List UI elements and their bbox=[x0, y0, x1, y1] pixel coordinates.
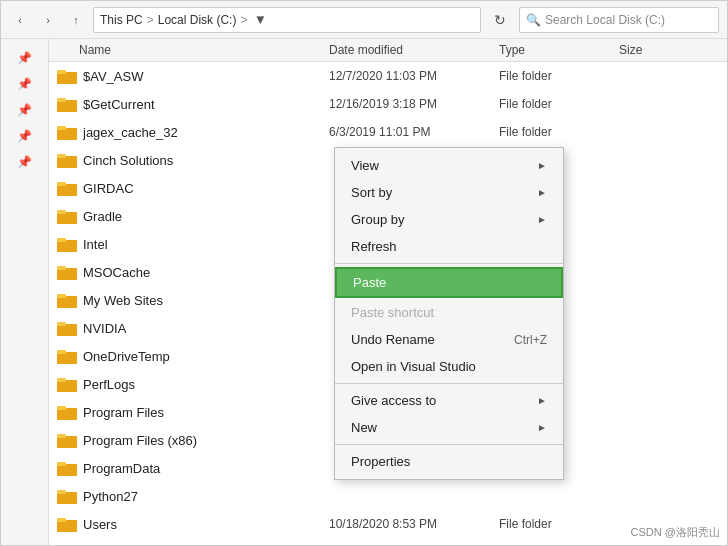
sidebar-pin-2[interactable]: 📌 bbox=[10, 73, 40, 95]
svg-rect-1 bbox=[57, 70, 66, 74]
back-button[interactable]: ‹ bbox=[9, 9, 31, 31]
file-name: Program Files (x86) bbox=[83, 433, 329, 448]
breadcrumb-dropdown-button[interactable]: ▼ bbox=[251, 11, 269, 29]
folder-icon bbox=[57, 94, 77, 114]
folder-icon bbox=[57, 150, 77, 170]
file-name: Gradle bbox=[83, 209, 329, 224]
folder-icon bbox=[57, 514, 77, 534]
menu-item-label: Paste shortcut bbox=[351, 305, 434, 320]
context-menu-item-properties[interactable]: Properties bbox=[335, 448, 563, 475]
file-name: My Web Sites bbox=[83, 293, 329, 308]
context-menu-item-paste[interactable]: Paste bbox=[335, 267, 563, 298]
sidebar-pin-4[interactable]: 📌 bbox=[10, 125, 40, 147]
menu-divider bbox=[335, 263, 563, 264]
file-name: Intel bbox=[83, 237, 329, 252]
context-menu: View►Sort by►Group by►RefreshPastePaste … bbox=[334, 147, 564, 480]
menu-item-label: New bbox=[351, 420, 377, 435]
file-name: Cinch Solutions bbox=[83, 153, 329, 168]
search-placeholder: Search Local Disk (C:) bbox=[545, 13, 665, 27]
file-name: $AV_ASW bbox=[83, 69, 329, 84]
svg-rect-5 bbox=[57, 126, 66, 130]
svg-rect-23 bbox=[57, 378, 66, 382]
menu-item-label: Undo Rename bbox=[351, 332, 435, 347]
context-menu-item-paste-shortcut: Paste shortcut bbox=[335, 299, 563, 326]
file-name: NVIDIA bbox=[83, 321, 329, 336]
file-name: MSOCache bbox=[83, 265, 329, 280]
folder-icon bbox=[57, 374, 77, 394]
search-icon: 🔍 bbox=[526, 13, 541, 27]
file-name: OneDriveTemp bbox=[83, 349, 329, 364]
file-type: File folder bbox=[499, 517, 619, 531]
svg-rect-31 bbox=[57, 490, 66, 494]
folder-icon bbox=[57, 346, 77, 366]
menu-item-shortcut: Ctrl+Z bbox=[514, 333, 547, 347]
table-row[interactable]: $AV_ASW 12/7/2020 11:03 PM File folder bbox=[49, 62, 727, 90]
context-menu-item-new[interactable]: New► bbox=[335, 414, 563, 441]
svg-rect-11 bbox=[57, 210, 66, 214]
menu-item-label: Refresh bbox=[351, 239, 397, 254]
col-header-name[interactable]: Name bbox=[49, 43, 329, 57]
file-name: Windows bbox=[83, 545, 329, 546]
file-date: 12/16/2019 3:18 PM bbox=[329, 97, 499, 111]
svg-rect-15 bbox=[57, 266, 66, 270]
table-row[interactable]: $GetCurrent 12/16/2019 3:18 PM File fold… bbox=[49, 90, 727, 118]
submenu-arrow-icon: ► bbox=[537, 160, 547, 171]
menu-divider bbox=[335, 383, 563, 384]
table-row[interactable]: Windows 1/11/2021 7:43 PM File folder bbox=[49, 538, 727, 545]
context-menu-item-give-access-to[interactable]: Give access to► bbox=[335, 387, 563, 414]
menu-item-label: Group by bbox=[351, 212, 404, 227]
menu-item-label: Properties bbox=[351, 454, 410, 469]
context-menu-item-open-in-visual-studio[interactable]: Open in Visual Studio bbox=[335, 353, 563, 380]
up-button[interactable]: ↑ bbox=[65, 9, 87, 31]
menu-item-label: Open in Visual Studio bbox=[351, 359, 476, 374]
toolbar: ‹ › ↑ This PC > Local Disk (C:) > ▼ ↻ 🔍 … bbox=[1, 1, 727, 39]
search-bar[interactable]: 🔍 Search Local Disk (C:) bbox=[519, 7, 719, 33]
svg-rect-21 bbox=[57, 350, 66, 354]
submenu-arrow-icon: ► bbox=[537, 395, 547, 406]
address-bar[interactable]: This PC > Local Disk (C:) > ▼ bbox=[93, 7, 481, 33]
table-row[interactable]: Python27 bbox=[49, 482, 727, 510]
sidebar-pin-3[interactable]: 📌 bbox=[10, 99, 40, 121]
refresh-button[interactable]: ↻ bbox=[487, 7, 513, 33]
breadcrumb-sep1: > bbox=[147, 13, 154, 27]
file-name: GIRDAC bbox=[83, 181, 329, 196]
submenu-arrow-icon: ► bbox=[537, 214, 547, 225]
table-row[interactable]: jagex_cache_32 6/3/2019 11:01 PM File fo… bbox=[49, 118, 727, 146]
context-menu-item-undo-rename[interactable]: Undo RenameCtrl+Z bbox=[335, 326, 563, 353]
sidebar-pin-5[interactable]: 📌 bbox=[10, 151, 40, 173]
breadcrumb-sep2: > bbox=[240, 13, 247, 27]
folder-icon bbox=[57, 486, 77, 506]
folder-icon bbox=[57, 122, 77, 142]
sidebar-pin-1[interactable]: 📌 bbox=[10, 47, 40, 69]
col-header-date[interactable]: Date modified bbox=[329, 43, 499, 57]
forward-button[interactable]: › bbox=[37, 9, 59, 31]
file-date: 6/3/2019 11:01 PM bbox=[329, 125, 499, 139]
file-name: PerfLogs bbox=[83, 377, 329, 392]
context-menu-item-group-by[interactable]: Group by► bbox=[335, 206, 563, 233]
svg-rect-3 bbox=[57, 98, 66, 102]
menu-item-label: Sort by bbox=[351, 185, 392, 200]
context-menu-item-view[interactable]: View► bbox=[335, 152, 563, 179]
file-date: 10/18/2020 8:53 PM bbox=[329, 517, 499, 531]
folder-icon bbox=[57, 430, 77, 450]
col-header-size[interactable]: Size bbox=[619, 43, 699, 57]
context-menu-item-sort-by[interactable]: Sort by► bbox=[335, 179, 563, 206]
breadcrumb-local-disk[interactable]: Local Disk (C:) bbox=[158, 13, 237, 27]
folder-icon bbox=[57, 66, 77, 86]
file-name: $GetCurrent bbox=[83, 97, 329, 112]
svg-rect-7 bbox=[57, 154, 66, 158]
context-menu-item-refresh[interactable]: Refresh bbox=[335, 233, 563, 260]
folder-icon bbox=[57, 262, 77, 282]
svg-rect-27 bbox=[57, 434, 66, 438]
svg-rect-13 bbox=[57, 238, 66, 242]
file-date: 12/7/2020 11:03 PM bbox=[329, 69, 499, 83]
folder-icon bbox=[57, 402, 77, 422]
sidebar: 📌 📌 📌 📌 📌 bbox=[1, 39, 49, 545]
svg-rect-17 bbox=[57, 294, 66, 298]
table-row[interactable]: Users 10/18/2020 8:53 PM File folder bbox=[49, 510, 727, 538]
file-type: File folder bbox=[499, 69, 619, 83]
col-header-type[interactable]: Type bbox=[499, 43, 619, 57]
menu-item-label: Give access to bbox=[351, 393, 436, 408]
breadcrumb-this-pc[interactable]: This PC bbox=[100, 13, 143, 27]
folder-icon bbox=[57, 542, 77, 545]
